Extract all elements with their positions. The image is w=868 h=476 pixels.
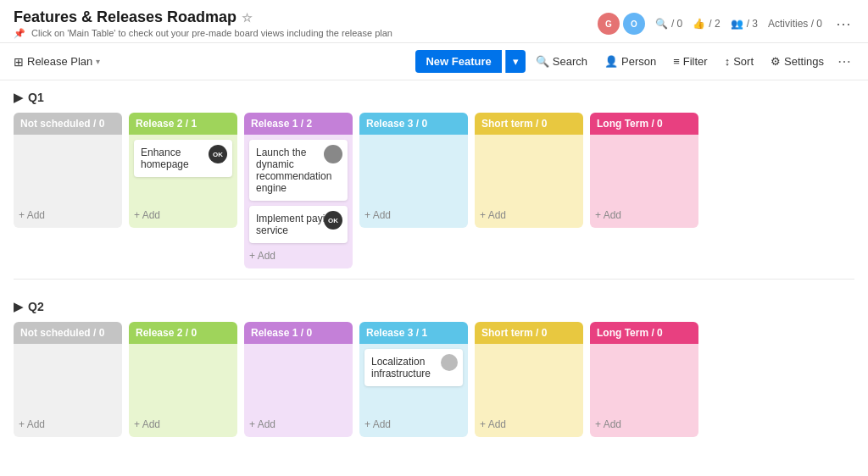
card-badge-release2-q1-0: OK <box>209 145 227 163</box>
card-release2-q1-0[interactable]: Enhance homepageOK <box>134 140 232 177</box>
view-selector-icon: ⊞ <box>14 55 24 69</box>
column-header-long-term-q2: Long Term / 0 <box>590 322 698 344</box>
card-avatar-release1-q1-0 <box>324 145 342 163</box>
group-collapse-icon[interactable]: ▶ <box>14 91 23 104</box>
search-stat-icon: 🔍 <box>655 18 668 30</box>
add-button-release1-q2[interactable]: + Add <box>249 417 348 432</box>
star-icon[interactable]: ☆ <box>242 11 253 25</box>
column-release1-q1: Release 1 / 2Launch the dynamic recommen… <box>244 113 353 268</box>
column-header-not-scheduled-q2: Not scheduled / 0 <box>14 322 122 344</box>
avatar-2: O <box>623 13 645 35</box>
header-right: G O 🔍 / 0 👍 / 2 👥 / 3 Activities / 0 ⋯ <box>598 13 854 35</box>
new-feature-arrow-button[interactable]: ▾ <box>505 50 526 73</box>
column-header-release3-q2: Release 3 / 1 <box>359 322 468 344</box>
activities-label: Activities / 0 <box>768 18 822 30</box>
stat-people: 👥 / 3 <box>731 18 758 30</box>
column-release3-q2: Release 3 / 1Localization infrastructure… <box>359 322 468 437</box>
board-content: ▶ Q1Not scheduled / 0+ AddRelease 2 / 1E… <box>0 80 868 475</box>
column-header-release3-q1: Release 3 / 0 <box>359 113 468 135</box>
card-release3-q2-0[interactable]: Localization infrastructure <box>364 349 463 386</box>
column-header-release1-q1: Release 1 / 2 <box>244 113 353 135</box>
group-collapse-icon[interactable]: ▶ <box>14 300 23 313</box>
group-header-q2: ▶ Q2 <box>14 300 854 313</box>
add-button-release1-q1[interactable]: + Add <box>249 248 348 263</box>
like-stat-icon: 👍 <box>693 18 705 30</box>
search-icon: 🔍 <box>536 55 549 68</box>
card-release1-q1-0[interactable]: Launch the dynamic recommendation engine <box>249 140 348 201</box>
group-q2: ▶ Q2Not scheduled / 0+ AddRelease 2 / 0+… <box>14 300 854 437</box>
header-subtitle: 📌 Click on 'Main Table' to check out you… <box>14 28 392 39</box>
add-button-long-term-q1[interactable]: + Add <box>595 208 693 223</box>
column-header-release1-q2: Release 1 / 0 <box>244 322 353 344</box>
column-body-release2-q2: + Add <box>129 344 237 437</box>
card-gray-circle-release3-q2-0 <box>441 354 458 371</box>
column-not-scheduled-q2: Not scheduled / 0+ Add <box>14 322 122 437</box>
column-body-short-term-q1: + Add <box>475 135 583 228</box>
title-text: Features & Releases Roadmap <box>14 8 236 26</box>
column-body-not-scheduled-q1: + Add <box>14 135 122 228</box>
card-text-release2-q1-0: Enhance homepage <box>141 147 189 170</box>
add-button-not-scheduled-q1[interactable]: + Add <box>19 208 117 223</box>
columns-row-q2: Not scheduled / 0+ AddRelease 2 / 0+ Add… <box>14 322 854 437</box>
column-release2-q2: Release 2 / 0+ Add <box>129 322 237 437</box>
view-selector-chevron: ▾ <box>96 57 100 66</box>
column-release1-q2: Release 1 / 0+ Add <box>244 322 353 437</box>
stat-activities: Activities / 0 <box>768 18 822 30</box>
app-header: Features & Releases Roadmap ☆ 📌 Click on… <box>0 0 868 43</box>
filter-button[interactable]: ≡ Filter <box>666 51 714 72</box>
column-body-long-term-q2: + Add <box>590 344 698 437</box>
toolbar-right: New Feature ▾ 🔍 Search 👤 Person ≡ Filter… <box>415 50 854 73</box>
add-button-release2-q2[interactable]: + Add <box>134 417 232 432</box>
column-body-release1-q1: Launch the dynamic recommendation engine… <box>244 135 353 268</box>
column-long-term-q2: Long Term / 0+ Add <box>590 322 698 437</box>
view-selector-button[interactable]: ⊞ Release Plan ▾ <box>14 55 100 69</box>
columns-row-q1: Not scheduled / 0+ AddRelease 2 / 1Enhan… <box>14 113 854 268</box>
like-stat-value: / 2 <box>709 18 720 30</box>
toolbar-more-button[interactable]: ⋯ <box>834 52 854 71</box>
column-not-scheduled-q1: Not scheduled / 0+ Add <box>14 113 122 268</box>
column-release3-q1: Release 3 / 0+ Add <box>359 113 468 268</box>
column-body-release1-q2: + Add <box>244 344 353 437</box>
toolbar: ⊞ Release Plan ▾ New Feature ▾ 🔍 Search … <box>0 43 868 80</box>
add-button-release3-q1[interactable]: + Add <box>364 208 463 223</box>
column-body-short-term-q2: + Add <box>475 344 583 437</box>
add-button-release2-q1[interactable]: + Add <box>134 208 232 223</box>
column-short-term-q1: Short term / 0+ Add <box>475 113 583 268</box>
add-button-long-term-q2[interactable]: + Add <box>595 417 693 432</box>
column-body-release2-q1: Enhance homepageOK+ Add <box>129 135 237 228</box>
filter-icon: ≡ <box>673 55 680 68</box>
toolbar-left: ⊞ Release Plan ▾ <box>14 55 100 69</box>
search-button[interactable]: 🔍 Search <box>529 51 594 72</box>
header-more-button[interactable]: ⋯ <box>832 13 854 35</box>
column-short-term-q2: Short term / 0+ Add <box>475 322 583 437</box>
add-button-not-scheduled-q2[interactable]: + Add <box>19 417 117 432</box>
column-header-release2-q2: Release 2 / 0 <box>129 322 237 344</box>
add-button-short-term-q2[interactable]: + Add <box>480 417 578 432</box>
header-left: Features & Releases Roadmap ☆ 📌 Click on… <box>14 8 392 39</box>
column-header-release2-q1: Release 2 / 1 <box>129 113 237 135</box>
group-q1: ▶ Q1Not scheduled / 0+ AddRelease 2 / 1E… <box>14 91 854 280</box>
add-button-short-term-q1[interactable]: + Add <box>480 208 578 223</box>
column-body-release3-q1: + Add <box>359 135 468 228</box>
card-text-release3-q2-0: Localization infrastructure <box>371 356 431 379</box>
group-label-q2: Q2 <box>28 300 44 313</box>
card-badge-release1-q1-1: OK <box>324 211 342 230</box>
settings-icon: ⚙ <box>771 55 781 68</box>
column-header-not-scheduled-q1: Not scheduled / 0 <box>14 113 122 135</box>
stat-like: 👍 / 2 <box>693 18 720 30</box>
pin-icon: 📌 <box>14 28 25 38</box>
add-button-release3-q2[interactable]: + Add <box>364 417 463 432</box>
column-header-short-term-q1: Short term / 0 <box>475 113 583 135</box>
column-body-not-scheduled-q2: + Add <box>14 344 122 437</box>
column-long-term-q1: Long Term / 0+ Add <box>590 113 698 268</box>
new-feature-button[interactable]: New Feature <box>415 50 501 73</box>
settings-button[interactable]: ⚙ Settings <box>764 51 831 72</box>
group-header-q1: ▶ Q1 <box>14 91 854 104</box>
column-header-short-term-q2: Short term / 0 <box>475 322 583 344</box>
stat-search: 🔍 / 0 <box>655 18 682 30</box>
person-button[interactable]: 👤 Person <box>598 51 663 72</box>
column-release2-q1: Release 2 / 1Enhance homepageOK+ Add <box>129 113 237 268</box>
sort-button[interactable]: ↕ Sort <box>718 51 760 72</box>
group-label-q1: Q1 <box>28 91 44 104</box>
card-release1-q1-1[interactable]: Implement paying serviceOK <box>249 206 348 243</box>
